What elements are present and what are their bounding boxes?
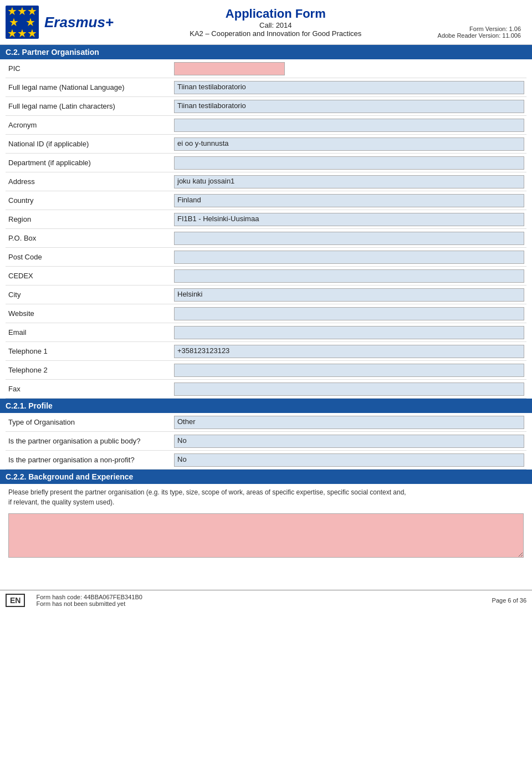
field-row-city: City Helsinki: [6, 285, 526, 304]
label-telephone2: Telephone 2: [6, 363, 172, 377]
erasmus-plus-logo: Erasmus+: [44, 14, 114, 31]
field-full-legal-national[interactable]: Tiinan testilaboratorio: [172, 80, 526, 95]
subtitle: KA2 – Cooperation and Innovation for Goo…: [114, 29, 438, 38]
page-number: Page 6 of 36: [492, 597, 526, 604]
field-row-full-legal-national: Full legal name (National Language) Tiin…: [6, 78, 526, 97]
field-row-telephone1: Telephone 1 +358123123123: [6, 342, 526, 361]
header-title-block: Application Form Call: 2014 KA2 – Cooper…: [114, 7, 438, 38]
label-address: Address: [6, 175, 172, 188]
form-hash: Form hash code: 44BBA067FEB341B0: [36, 594, 480, 600]
label-telephone1: Telephone 1: [6, 344, 172, 358]
field-row-department: Department (if applicable): [6, 154, 526, 172]
label-full-legal-national: Full legal name (National Language): [6, 80, 172, 94]
field-country[interactable]: Finland: [172, 193, 526, 208]
header: ★★★★ ★★★★ Erasmus+ Application Form Call…: [0, 0, 532, 45]
input-fax[interactable]: [174, 382, 524, 396]
c22-textarea-wrapper[interactable]: [6, 511, 526, 568]
hash-label: Form hash code:: [36, 594, 82, 600]
c22-desc-line1: Please briefly present the partner organ…: [8, 488, 406, 496]
input-email[interactable]: [174, 326, 524, 339]
section-c21-header: C.2.1. Profile: [0, 399, 532, 413]
section-c2-header: C.2. Partner Organisation: [0, 45, 532, 59]
label-org-type: Type of Organisation: [6, 415, 172, 429]
input-department[interactable]: [174, 156, 524, 170]
c22-textarea[interactable]: [8, 513, 524, 558]
field-row-region: Region FI1B1 - Helsinki-Uusimaa: [6, 210, 526, 229]
field-department[interactable]: [172, 155, 526, 171]
field-email[interactable]: [172, 325, 526, 340]
input-country[interactable]: Finland: [174, 194, 524, 207]
input-region[interactable]: FI1B1 - Helsinki-Uusimaa: [174, 213, 524, 226]
field-full-legal-latin[interactable]: Tiinan testilaboratorio: [172, 99, 526, 114]
field-row-fax: Fax: [6, 380, 526, 399]
c22-desc-line2: if relevant, the quality system used).: [8, 498, 114, 506]
page: ★★★★ ★★★★ Erasmus+ Application Form Call…: [0, 0, 532, 610]
label-national-id: National ID (if applicable): [6, 137, 172, 151]
field-city[interactable]: Helsinki: [172, 287, 526, 303]
input-telephone2[interactable]: [174, 364, 524, 377]
input-po-box[interactable]: [174, 232, 524, 245]
logo-area: ★★★★ ★★★★ Erasmus+: [6, 6, 114, 39]
field-org-type[interactable]: Other: [172, 415, 526, 430]
field-post-code[interactable]: [172, 249, 526, 265]
label-full-legal-latin: Full legal name (Latin characters): [6, 99, 172, 113]
input-cedex[interactable]: [174, 269, 524, 283]
label-country: Country: [6, 193, 172, 207]
call-info: Call: 2014: [114, 21, 438, 29]
field-row-national-id: National ID (if applicable) ei oo y-tunn…: [6, 135, 526, 154]
label-acronym: Acronym: [6, 118, 172, 132]
hash-value: 44BBA067FEB341B0: [84, 594, 142, 600]
field-cedex[interactable]: [172, 268, 526, 284]
field-row-address: Address joku katu jossain1: [6, 172, 526, 191]
input-full-legal-latin[interactable]: Tiinan testilaboratorio: [174, 100, 524, 113]
c22-description: Please briefly present the partner organ…: [6, 484, 526, 511]
field-row-website: Website: [6, 304, 526, 323]
label-city: City: [6, 288, 172, 302]
field-telephone1[interactable]: +358123123123: [172, 344, 526, 359]
field-row-po-box: P.O. Box: [6, 229, 526, 248]
input-org-type[interactable]: Other: [174, 416, 524, 429]
label-region: Region: [6, 212, 172, 226]
input-address[interactable]: joku katu jossain1: [174, 175, 524, 188]
label-cedex: CEDEX: [6, 269, 172, 283]
field-region[interactable]: FI1B1 - Helsinki-Uusimaa: [172, 212, 526, 227]
field-public-body[interactable]: No: [172, 434, 526, 449]
input-acronym[interactable]: [174, 119, 524, 132]
label-fax: Fax: [6, 382, 172, 396]
field-row-post-code: Post Code: [6, 248, 526, 267]
field-row-non-profit: Is the partner organisation a non-profit…: [6, 451, 526, 470]
app-title: Application Form: [114, 7, 438, 21]
field-row-telephone2: Telephone 2: [6, 361, 526, 380]
input-national-id[interactable]: ei oo y-tunnusta: [174, 137, 524, 151]
field-website[interactable]: [172, 306, 526, 322]
field-acronym[interactable]: [172, 118, 526, 133]
field-row-pic: PIC: [6, 59, 526, 78]
input-full-legal-national[interactable]: Tiinan testilaboratorio: [174, 81, 524, 94]
field-address[interactable]: joku katu jossain1: [172, 174, 526, 190]
input-pic[interactable]: [174, 62, 285, 75]
input-telephone1[interactable]: +358123123123: [174, 345, 524, 358]
field-row-full-legal-latin: Full legal name (Latin characters) Tiina…: [6, 97, 526, 116]
field-po-box[interactable]: [172, 231, 526, 246]
footer-info: Form hash code: 44BBA067FEB341B0 Form ha…: [36, 594, 480, 607]
adobe-version: Adobe Reader Version: 11.006: [438, 32, 521, 39]
input-post-code[interactable]: [174, 251, 524, 264]
field-national-id[interactable]: ei oo y-tunnusta: [172, 136, 526, 152]
footer: EN Form hash code: 44BBA067FEB341B0 Form…: [0, 590, 532, 610]
input-website[interactable]: [174, 307, 524, 320]
field-row-cedex: CEDEX: [6, 267, 526, 285]
label-website: Website: [6, 307, 172, 320]
field-non-profit[interactable]: No: [172, 452, 526, 468]
version-info: Form Version: 1.06 Adobe Reader Version:…: [438, 26, 521, 39]
section-c22-header: C.2.2. Background and Experience: [0, 470, 532, 484]
input-public-body[interactable]: No: [174, 435, 524, 448]
input-city[interactable]: Helsinki: [174, 288, 524, 302]
section-c21-body: Type of Organisation Other Is the partne…: [0, 413, 532, 470]
section-c2-body: PIC Full legal name (National Language) …: [0, 59, 532, 399]
field-pic[interactable]: [172, 61, 526, 76]
input-non-profit[interactable]: No: [174, 453, 524, 467]
label-post-code: Post Code: [6, 250, 172, 264]
section-c22-body: Please briefly present the partner organ…: [0, 484, 532, 568]
field-fax[interactable]: [172, 381, 526, 397]
field-telephone2[interactable]: [172, 363, 526, 378]
